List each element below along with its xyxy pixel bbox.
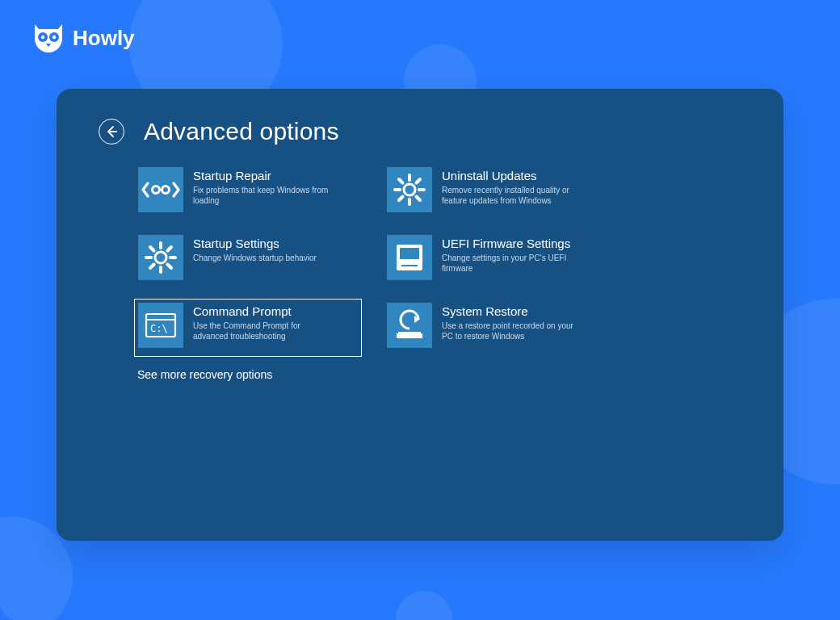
tile-uefi-firmware-settings[interactable]: UEFI Firmware SettingsChange settings in… bbox=[383, 231, 611, 289]
tile-title: UEFI Firmware Settings bbox=[442, 237, 579, 251]
see-more-recovery-options-link[interactable]: See more recovery options bbox=[137, 368, 272, 381]
bg-circle bbox=[396, 591, 452, 620]
svg-point-3 bbox=[52, 36, 56, 39]
firmware-icon bbox=[387, 235, 432, 280]
back-button[interactable] bbox=[99, 119, 124, 145]
brand-name: Howly bbox=[73, 26, 135, 51]
tile-startup-repair[interactable]: Startup RepairFix problems that keep Win… bbox=[134, 163, 362, 221]
tile-title: Command Prompt bbox=[193, 304, 330, 319]
owl-icon bbox=[32, 23, 65, 53]
tile-description: Change Windows startup behavior bbox=[193, 253, 317, 263]
tile-startup-settings[interactable]: Startup SettingsChange Windows startup b… bbox=[134, 231, 362, 289]
restore-icon bbox=[387, 303, 432, 348]
code-icon bbox=[138, 167, 183, 212]
arrow-left-icon bbox=[105, 125, 118, 138]
advanced-options-window: Advanced options Startup RepairFix probl… bbox=[57, 89, 783, 541]
tile-description: Fix problems that keep Windows from load… bbox=[193, 185, 330, 206]
cmd-icon bbox=[138, 303, 183, 348]
tile-title: Startup Settings bbox=[193, 237, 317, 251]
tile-description: Remove recently installed quality or fea… bbox=[442, 185, 579, 206]
tile-uninstall-updates[interactable]: Uninstall UpdatesRemove recently install… bbox=[383, 163, 611, 221]
gear-icon bbox=[138, 235, 183, 280]
tile-system-restore[interactable]: System RestoreUse a restore point record… bbox=[383, 299, 611, 357]
tile-description: Change settings in your PC's UEFI firmwa… bbox=[442, 253, 579, 274]
tile-title: System Restore bbox=[442, 304, 579, 319]
page-title: Advanced options bbox=[144, 118, 339, 145]
svg-point-2 bbox=[41, 36, 44, 39]
tile-description: Use a restore point recorded on your PC … bbox=[442, 320, 579, 341]
brand-logo: Howly bbox=[32, 23, 135, 53]
tile-title: Uninstall Updates bbox=[442, 169, 579, 183]
tile-title: Startup Repair bbox=[193, 169, 330, 183]
tile-command-prompt[interactable]: Command PromptUse the Command Prompt for… bbox=[134, 299, 362, 357]
gear-icon bbox=[387, 167, 432, 212]
tile-description: Use the Command Prompt for advanced trou… bbox=[193, 320, 330, 341]
